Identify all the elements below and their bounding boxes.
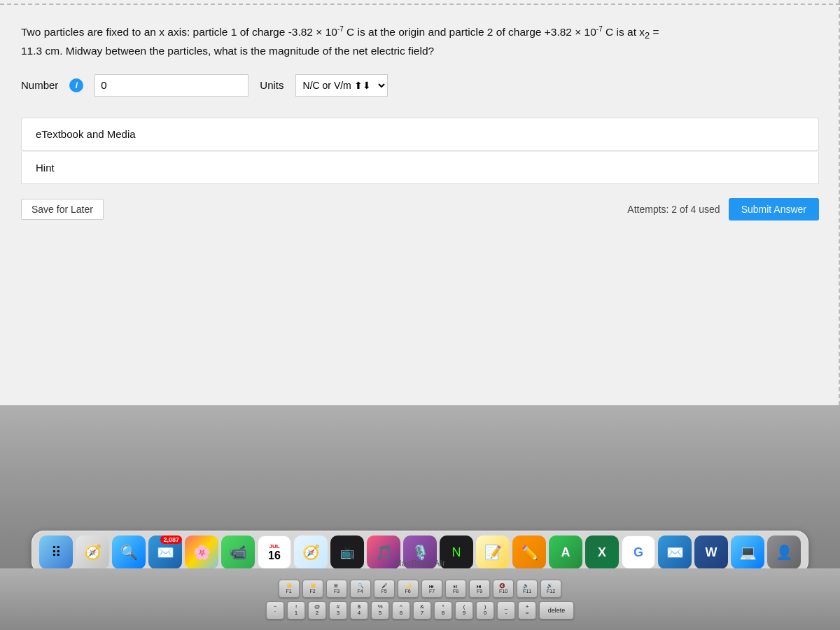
key-f12[interactable]: 🔊F12	[540, 580, 561, 598]
right-actions: Attempts: 2 of 4 used Submit Answer	[627, 198, 819, 220]
dock-user-icon[interactable]: 👤	[767, 536, 801, 569]
dock-word-icon[interactable]: W	[694, 536, 728, 569]
key-plus[interactable]: +=	[518, 601, 536, 620]
dock-atext-icon[interactable]: A	[549, 536, 582, 569]
key-f9[interactable]: ⏭F9	[469, 580, 490, 598]
key-tilde[interactable]: ~`	[266, 601, 284, 620]
num-key-row: ~` !1 @2 #3 $4 %5 ^6 &7 *8 (9 )0 _- += d…	[28, 601, 812, 620]
key-f5[interactable]: 🎤F5	[374, 580, 395, 598]
etextbook-section[interactable]: eTextbook and Media	[21, 118, 819, 150]
dock-calendar-icon[interactable]: JUL 16	[258, 536, 291, 569]
dock-finder-icon[interactable]: 🔍	[112, 536, 146, 569]
info-icon[interactable]: i	[69, 78, 83, 92]
key-f3[interactable]: ⊞F3	[326, 580, 347, 598]
key-f7[interactable]: ⏮F7	[421, 580, 442, 598]
key-9[interactable]: (9	[455, 601, 473, 620]
dock-mail2-icon[interactable]: ✉️	[658, 536, 692, 569]
units-select[interactable]: N/C or V/m ⬆⬇ N/C V/m	[295, 74, 388, 97]
key-5[interactable]: %5	[371, 601, 389, 620]
dock-launchpad-icon[interactable]: ⠿	[39, 536, 73, 569]
key-4[interactable]: $4	[350, 601, 368, 620]
dock-appletv-icon[interactable]: 📺	[330, 536, 364, 569]
dock-safari-icon[interactable]: 🧭	[294, 536, 328, 569]
number-input[interactable]	[94, 74, 248, 97]
dock-photos-icon[interactable]: 🌸	[185, 536, 218, 569]
dock-facetime-icon[interactable]: 📹	[221, 536, 255, 569]
answer-input-row: Number i Units N/C or V/m ⬆⬇ N/C V/m	[21, 74, 819, 97]
key-f11[interactable]: 🔉F11	[517, 580, 538, 598]
key-1[interactable]: !1	[287, 601, 305, 620]
key-delete[interactable]: delete	[539, 601, 574, 620]
submit-answer-button[interactable]: Submit Answer	[729, 198, 819, 220]
key-f4[interactable]: 🔍F4	[350, 580, 371, 598]
dock-excel-icon[interactable]: X	[585, 536, 619, 569]
key-2[interactable]: @2	[308, 601, 326, 620]
key-f10[interactable]: 🔇F10	[493, 580, 514, 598]
dock-pencil-icon[interactable]: ✏️	[512, 536, 546, 569]
fn-key-row: ☀️F1 ☀️F2 ⊞F3 🔍F4 🎤F5 🌙F6 ⏮F7 ⏯F8 ⏭F9 🔇F…	[28, 580, 812, 598]
key-0[interactable]: )0	[476, 601, 494, 620]
macbook-label: MacBook Air	[395, 559, 446, 568]
attempts-text: Attempts: 2 of 4 used	[627, 204, 720, 215]
key-f6[interactable]: 🌙F6	[398, 580, 419, 598]
question-text: Two particles are fixed to an x axis: pa…	[21, 24, 819, 59]
key-3[interactable]: #3	[329, 601, 347, 620]
save-later-button[interactable]: Save for Later	[21, 199, 104, 220]
key-f2[interactable]: ☀️F2	[302, 580, 323, 598]
dock-mail-icon[interactable]: ✉️ 2,087	[148, 536, 182, 569]
dock-googledocs-icon[interactable]: G	[622, 536, 655, 569]
units-label: Units	[260, 79, 284, 91]
key-f1[interactable]: ☀️F1	[279, 580, 300, 598]
hint-section[interactable]: Hint	[21, 152, 819, 184]
number-label: Number	[21, 79, 58, 91]
dock-compass-icon[interactable]: 🧭	[76, 536, 109, 569]
bottom-row: Save for Later Attempts: 2 of 4 used Sub…	[21, 198, 819, 220]
dock-notes-icon[interactable]: 📝	[476, 536, 510, 569]
key-minus[interactable]: _-	[497, 601, 515, 620]
key-f8[interactable]: ⏯F8	[445, 580, 466, 598]
key-8[interactable]: *8	[434, 601, 452, 620]
key-7[interactable]: &7	[413, 601, 431, 620]
dock-finder2-icon[interactable]: 💻	[731, 536, 764, 569]
key-6[interactable]: ^6	[392, 601, 410, 620]
dock-mail-badge: 2,087	[160, 536, 182, 544]
